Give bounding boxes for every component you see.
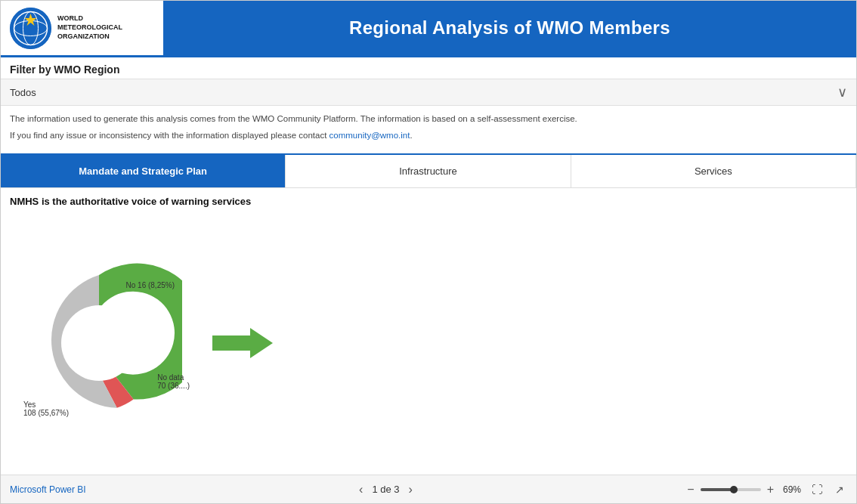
wmo-logo (10, 8, 51, 49)
zoom-slider-thumb (730, 486, 738, 493)
info-line2: If you find any issue or inconsistency w… (10, 128, 847, 142)
arrow-container (212, 324, 273, 362)
app-container: WORLD METEOROLOGICAL ORGANIZATION Region… (0, 0, 857, 504)
chevron-down-icon[interactable]: ∨ (837, 84, 847, 100)
powerbi-link[interactable]: Microsoft Power BI (10, 484, 86, 495)
logo-area: WORLD METEOROLOGICAL ORGANIZATION (1, 2, 163, 55)
tab-services[interactable]: Services (571, 155, 856, 187)
fullscreen-button[interactable]: ⛶ (809, 481, 826, 497)
page-indicator: 1 de 3 (372, 484, 399, 495)
info-line1: The information used to generate this an… (10, 112, 847, 125)
pagination: ‹ 1 de 3 › (356, 481, 416, 498)
header-title-area: Regional Analysis of WMO Members (163, 1, 856, 55)
right-icons: ⛶ ↗ (809, 481, 847, 497)
section-title: NMHS is the authoritative voice of warni… (1, 188, 856, 212)
prev-page-button[interactable]: ‹ (356, 481, 366, 498)
tab-mandate[interactable]: Mandate and Strategic Plan (1, 155, 286, 187)
page-title: Regional Analysis of WMO Members (349, 17, 670, 39)
filter-row: Filter by WMO Region (1, 57, 856, 79)
donut-svg (16, 260, 182, 426)
header: WORLD METEOROLOGICAL ORGANIZATION Region… (1, 1, 856, 57)
svg-marker-5 (212, 328, 273, 358)
todos-label: Todos (10, 87, 36, 98)
arrow-icon (212, 324, 273, 362)
todos-row[interactable]: Todos ∨ (1, 79, 856, 106)
zoom-slider[interactable] (701, 488, 761, 491)
tab-infrastructure[interactable]: Infrastructure (286, 155, 571, 187)
zoom-in-button[interactable]: + (766, 481, 775, 498)
zoom-out-button[interactable]: − (685, 481, 695, 498)
info-text-area: The information used to generate this an… (1, 106, 856, 146)
zoom-slider-fill (701, 488, 734, 491)
share-button[interactable]: ↗ (832, 482, 847, 497)
next-page-button[interactable]: › (406, 481, 416, 498)
donut-chart: No 16 (8,25%) No data70 (36....) Yes108 … (16, 260, 182, 426)
bottom-bar: Microsoft Power BI ‹ 1 de 3 › − + 69% ⛶ … (1, 475, 856, 503)
zoom-percent: 69% (780, 484, 804, 495)
community-email-link[interactable]: community@wmo.int (329, 131, 410, 140)
content-area: Filter by WMO Region Todos ∨ The informa… (1, 57, 856, 475)
filter-label: Filter by WMO Region (10, 63, 119, 76)
logo-text: WORLD METEOROLOGICAL ORGANIZATION (57, 14, 122, 41)
donut-hole (61, 305, 137, 381)
zoom-controls: − + 69% ⛶ ↗ (685, 481, 847, 498)
chart-area: No 16 (8,25%) No data70 (36....) Yes108 … (1, 212, 856, 475)
tabs-row: Mandate and Strategic Plan Infrastructur… (1, 153, 856, 188)
